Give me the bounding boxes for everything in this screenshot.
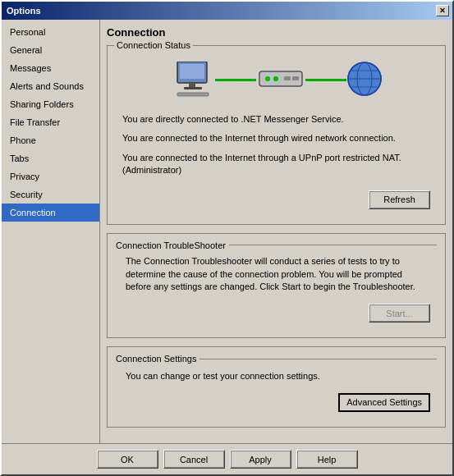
svg-point-6 <box>265 76 270 81</box>
apply-button[interactable]: Apply <box>230 450 291 469</box>
close-button[interactable]: ✕ <box>436 5 449 16</box>
main-content: Personal General Messages Alerts and Sou… <box>2 20 452 443</box>
cancel-button[interactable]: Cancel <box>163 450 225 469</box>
advanced-settings-row: Advanced Settings <box>116 390 437 419</box>
svg-rect-9 <box>292 76 299 80</box>
status-texts: You are directly connected to .NET Messe… <box>116 110 437 187</box>
panel-title: Connection <box>107 26 446 39</box>
bottom-bar: OK Cancel Apply Help <box>2 443 452 474</box>
troubleshooter-title-row: Connection TroubleShooter <box>116 240 437 250</box>
refresh-button[interactable]: Refresh <box>369 190 430 209</box>
status-line-2: You are connected to the Internet throug… <box>122 132 430 144</box>
sidebar-item-general[interactable]: General <box>2 41 99 59</box>
sidebar-item-file-transfer[interactable]: File Transfer <box>2 113 99 131</box>
sidebar-item-tabs[interactable]: Tabs <box>2 149 99 167</box>
status-line-1: You are directly connected to .NET Messe… <box>122 113 430 126</box>
start-row: Start... <box>116 300 437 329</box>
connection-status-group: Connection Status <box>107 45 446 225</box>
svg-point-7 <box>273 76 278 81</box>
svg-rect-4 <box>177 93 209 96</box>
globe-svg <box>346 61 383 97</box>
title-bar: Options ✕ <box>2 2 452 20</box>
troubleshooter-description: The Connection Troubleshooter will condu… <box>116 254 437 301</box>
connection-line-1 <box>215 79 256 81</box>
connection-graphic <box>116 54 437 110</box>
troubleshooter-title: Connection TroubleShooter <box>116 240 226 250</box>
right-panel: Connection Connection Status <box>100 20 452 443</box>
connection-settings-divider <box>199 359 437 359</box>
status-line-3: You are connected to the Internet throug… <box>122 152 430 177</box>
connection-settings-title-row: Connection Settings <box>116 354 437 364</box>
sidebar-item-personal[interactable]: Personal <box>2 23 99 41</box>
title-bar-controls: ✕ <box>436 5 449 16</box>
svg-rect-8 <box>284 76 291 80</box>
ok-button[interactable]: OK <box>97 450 158 469</box>
troubleshooter-divider <box>229 245 437 245</box>
sidebar-item-sharing-folders[interactable]: Sharing Folders <box>2 95 99 113</box>
svg-rect-3 <box>184 87 202 89</box>
svg-rect-1 <box>180 64 204 79</box>
computer-svg <box>171 62 215 98</box>
sidebar-item-privacy[interactable]: Privacy <box>2 167 99 185</box>
sidebar-item-messages[interactable]: Messages <box>2 59 99 77</box>
router-icon <box>256 65 305 94</box>
sidebar-item-connection[interactable]: Connection <box>2 204 99 222</box>
connection-settings-description: You can change or test your connection s… <box>116 367 437 389</box>
sidebar-item-security[interactable]: Security <box>2 185 99 204</box>
computer-icon <box>171 62 215 98</box>
svg-rect-2 <box>189 83 195 87</box>
advanced-settings-button[interactable]: Advanced Settings <box>338 393 430 412</box>
sidebar: Personal General Messages Alerts and Sou… <box>2 20 100 443</box>
router-svg <box>256 65 305 93</box>
sidebar-item-phone[interactable]: Phone <box>2 131 99 149</box>
start-button[interactable]: Start... <box>369 304 430 323</box>
connection-line-2 <box>305 79 346 81</box>
troubleshooter-group: Connection TroubleShooter The Connection… <box>107 233 446 339</box>
refresh-row: Refresh <box>116 187 437 216</box>
globe-icon <box>346 61 383 98</box>
connection-settings-title: Connection Settings <box>116 354 196 364</box>
connection-status-title: Connection Status <box>114 40 193 50</box>
help-button[interactable]: Help <box>296 450 358 469</box>
options-window: Options ✕ Personal General Messages Aler… <box>0 0 454 476</box>
sidebar-item-alerts-and-sounds[interactable]: Alerts and Sounds <box>2 77 99 95</box>
window-title: Options <box>5 6 41 16</box>
connection-settings-group: Connection Settings You can change or te… <box>107 346 446 427</box>
